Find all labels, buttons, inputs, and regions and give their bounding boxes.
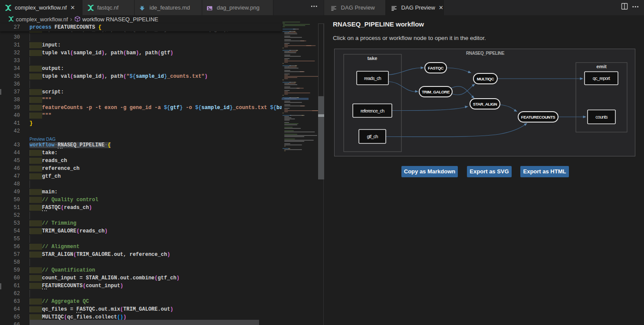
svg-text:MULTIQC: MULTIQC (477, 76, 494, 81)
svg-text:qc_report: qc_report (593, 76, 610, 81)
svg-text:gtf_ch: gtf_ch (367, 134, 378, 139)
svg-text:FEATURECOUNTS: FEATURECOUNTS (521, 115, 555, 119)
svg-text:STAR_ALIGN: STAR_ALIGN (473, 102, 497, 106)
svg-text:reference_ch: reference_ch (361, 108, 384, 113)
svg-text:take: take (367, 56, 377, 61)
svg-text:counts: counts (595, 114, 608, 119)
svg-text:emit: emit (596, 64, 607, 69)
svg-text:reads_ch: reads_ch (364, 76, 381, 81)
svg-text:FASTQC: FASTQC (428, 66, 444, 70)
svg-text:TRIM_GALORE: TRIM_GALORE (422, 90, 450, 94)
svg-text:RNASEQ_PIPELINE: RNASEQ_PIPELINE (466, 51, 505, 56)
